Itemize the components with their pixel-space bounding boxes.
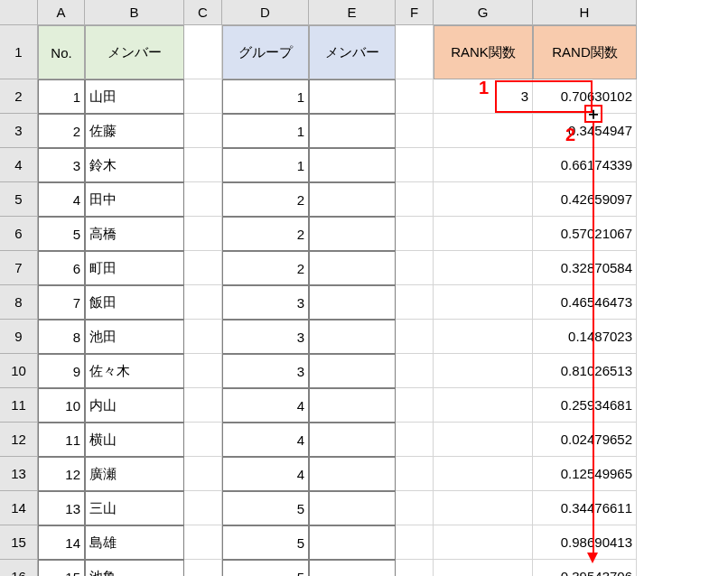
row-header-11[interactable]: 11 xyxy=(0,388,38,423)
col-header-F[interactable]: F xyxy=(396,0,434,25)
col-header-H[interactable]: H xyxy=(533,0,637,25)
cell-rand[interactable]: 0.66174339 xyxy=(533,148,637,182)
cell-blank-C[interactable] xyxy=(184,423,222,457)
cell-rand[interactable]: 0.34476611 xyxy=(533,491,637,525)
cell-blank-C[interactable] xyxy=(184,182,222,217)
cell-member[interactable]: 佐々木 xyxy=(85,354,184,388)
cell-rank[interactable] xyxy=(434,457,533,491)
cell-blank-C[interactable] xyxy=(184,79,222,114)
cell-rank[interactable] xyxy=(434,285,533,320)
cell-no[interactable]: 5 xyxy=(38,217,85,251)
cell-rank[interactable] xyxy=(434,388,533,423)
cell-member2[interactable] xyxy=(309,423,396,457)
cell-member[interactable]: 鈴木 xyxy=(85,148,184,182)
cell-member2[interactable] xyxy=(309,525,396,560)
cell-no[interactable]: 15 xyxy=(38,560,85,576)
cell-no[interactable]: 4 xyxy=(38,182,85,217)
row-header-16[interactable]: 16 xyxy=(0,560,38,576)
cell-member2[interactable] xyxy=(309,114,396,148)
cell-group[interactable]: 4 xyxy=(222,423,309,457)
select-all-corner[interactable] xyxy=(0,0,38,25)
cell-group[interactable]: 1 xyxy=(222,148,309,182)
cell-member[interactable]: 田中 xyxy=(85,182,184,217)
cell-rank[interactable] xyxy=(434,114,533,148)
cell-member[interactable]: 山田 xyxy=(85,79,184,114)
header-no[interactable]: No. xyxy=(38,25,85,79)
cell-no[interactable]: 9 xyxy=(38,354,85,388)
cell-blank-C[interactable] xyxy=(184,114,222,148)
cell-group[interactable]: 5 xyxy=(222,491,309,525)
cell-member2[interactable] xyxy=(309,354,396,388)
cell-group[interactable]: 1 xyxy=(222,114,309,148)
cell-blank-F[interactable] xyxy=(396,251,434,285)
cell-rand[interactable]: 0.98690413 xyxy=(533,525,637,560)
cell-group[interactable]: 5 xyxy=(222,560,309,576)
cell-member2[interactable] xyxy=(309,148,396,182)
cell-member[interactable]: 池田 xyxy=(85,320,184,354)
cell-blank-F[interactable] xyxy=(396,114,434,148)
cell-rank[interactable] xyxy=(434,491,533,525)
cell-blank-F[interactable] xyxy=(396,525,434,560)
col-header-G[interactable]: G xyxy=(434,0,533,25)
cell-rank[interactable] xyxy=(434,525,533,560)
cell-rand[interactable]: 0.32870584 xyxy=(533,251,637,285)
cell-rank[interactable] xyxy=(434,354,533,388)
row-header-8[interactable]: 8 xyxy=(0,285,38,320)
cell-member2[interactable] xyxy=(309,320,396,354)
cell-blank-F[interactable] xyxy=(396,354,434,388)
cell-member2[interactable] xyxy=(309,79,396,114)
col-header-D[interactable]: D xyxy=(222,0,309,25)
cell-blank-C[interactable] xyxy=(184,457,222,491)
row-header-3[interactable]: 3 xyxy=(0,114,38,148)
cell-blank-C[interactable] xyxy=(184,491,222,525)
cell-member[interactable]: 廣瀬 xyxy=(85,457,184,491)
cell-no[interactable]: 6 xyxy=(38,251,85,285)
cell-rand[interactable]: 0.46546473 xyxy=(533,285,637,320)
cell-blank-F[interactable] xyxy=(396,79,434,114)
cell-blank-F[interactable] xyxy=(396,285,434,320)
cell-blank-C[interactable] xyxy=(184,251,222,285)
header-rand[interactable]: RAND関数 xyxy=(533,25,637,79)
cell-no[interactable]: 14 xyxy=(38,525,85,560)
col-header-C[interactable]: C xyxy=(184,0,222,25)
cell-blank-C[interactable] xyxy=(184,560,222,576)
cell-member2[interactable] xyxy=(309,491,396,525)
fill-handle-icon[interactable]: ＋ xyxy=(584,105,602,123)
cell-member2[interactable] xyxy=(309,251,396,285)
cell-F1[interactable] xyxy=(396,25,434,79)
cell-rank[interactable] xyxy=(434,560,533,576)
cell-no[interactable]: 1 xyxy=(38,79,85,114)
header-member2[interactable]: メンバー xyxy=(309,25,396,79)
cell-group[interactable]: 3 xyxy=(222,354,309,388)
cell-member[interactable]: 飯田 xyxy=(85,285,184,320)
cell-member[interactable]: 横山 xyxy=(85,423,184,457)
cell-blank-F[interactable] xyxy=(396,491,434,525)
cell-member2[interactable] xyxy=(309,457,396,491)
cell-rand[interactable]: 0.39543706 xyxy=(533,560,637,576)
cell-rand[interactable]: 0.1487023 xyxy=(533,320,637,354)
cell-blank-C[interactable] xyxy=(184,354,222,388)
cell-member[interactable]: 内山 xyxy=(85,388,184,423)
cell-blank-F[interactable] xyxy=(396,148,434,182)
cell-blank-F[interactable] xyxy=(396,560,434,576)
cell-member[interactable]: 佐藤 xyxy=(85,114,184,148)
header-group[interactable]: グループ xyxy=(222,25,309,79)
cell-no[interactable]: 12 xyxy=(38,457,85,491)
cell-blank-C[interactable] xyxy=(184,525,222,560)
cell-no[interactable]: 2 xyxy=(38,114,85,148)
cell-blank-F[interactable] xyxy=(396,457,434,491)
row-header-14[interactable]: 14 xyxy=(0,491,38,525)
cell-group[interactable]: 1 xyxy=(222,79,309,114)
cell-blank-F[interactable] xyxy=(396,388,434,423)
cell-no[interactable]: 8 xyxy=(38,320,85,354)
cell-blank-C[interactable] xyxy=(184,285,222,320)
cell-rank[interactable] xyxy=(434,423,533,457)
cell-rand[interactable]: 0.02479652 xyxy=(533,423,637,457)
cell-rand[interactable]: 0.81026513 xyxy=(533,354,637,388)
cell-rank[interactable] xyxy=(434,251,533,285)
col-header-B[interactable]: B xyxy=(85,0,184,25)
row-header-13[interactable]: 13 xyxy=(0,457,38,491)
cell-member2[interactable] xyxy=(309,560,396,576)
cell-member[interactable]: 池亀 xyxy=(85,560,184,576)
row-header-4[interactable]: 4 xyxy=(0,148,38,182)
